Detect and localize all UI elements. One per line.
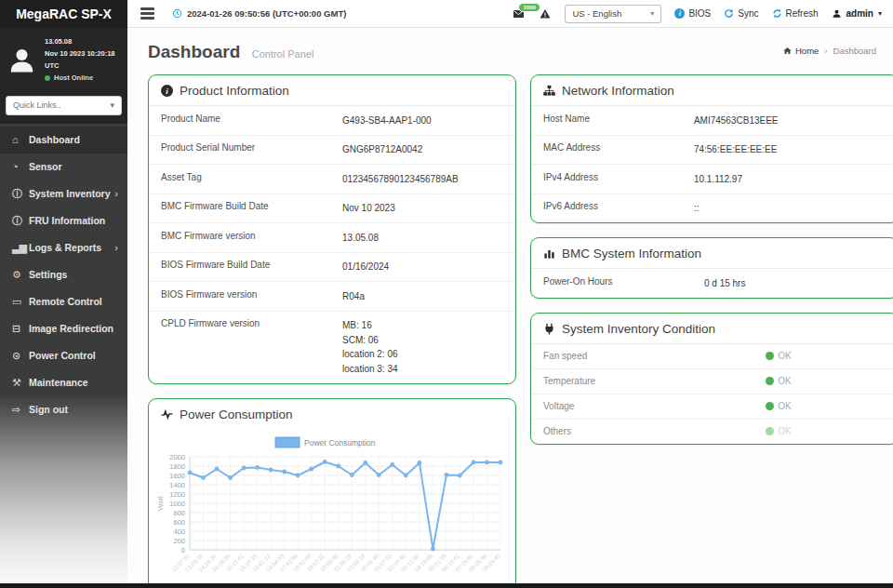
table-row: BMC Firmware Build DateNov 10 2023	[149, 194, 515, 223]
panel-title: BMC System Information	[562, 247, 701, 261]
firmware-version: 13.05.08	[45, 35, 121, 47]
messages-count-badge: 1000	[518, 3, 540, 12]
svg-text:2000: 2000	[169, 452, 185, 461]
sidebar-item-remote-control[interactable]: ▭Remote Control	[0, 288, 127, 315]
host-status-dot	[45, 75, 50, 81]
row-label: Product Name	[161, 114, 342, 124]
svg-text:1200: 1200	[169, 489, 185, 498]
bmc-system-information-panel: BMC System Information Power-On Hours0 d…	[530, 237, 893, 299]
brand-title: MegaRAC SP-X	[0, 0, 127, 28]
svg-text:1000: 1000	[169, 499, 185, 507]
alerts-button[interactable]	[539, 8, 552, 20]
sidebar-item-image-redirection[interactable]: ⊟Image Redirection	[0, 315, 127, 342]
panel-title: Power Consumption	[180, 408, 293, 421]
table-row: MAC Address74:56:EE:EE:EE:EE	[531, 135, 893, 165]
sidebar-item-label: Logs & Reports	[29, 242, 101, 253]
row-value: 13.05.08	[342, 231, 503, 246]
table-row: VoltageOK	[531, 394, 893, 419]
page-subtitle: Control Panel	[252, 48, 314, 60]
row-value: 0 d 15 hrs	[704, 276, 886, 291]
power-consumption-chart: Power Consumption02004006008001000120014…	[149, 429, 515, 584]
table-row: Fan speedOK	[531, 344, 893, 368]
bios-button[interactable]: i BIOS	[674, 8, 711, 19]
svg-text:200: 200	[173, 536, 185, 544]
sidebar-item-dashboard[interactable]: ⌂Dashboard	[0, 127, 127, 154]
power-consumption-chart-svg: Power Consumption02004006008001000120014…	[153, 433, 510, 584]
row-label: IPv4 Address	[543, 172, 694, 182]
sidebar-item-sensor[interactable]: ◔Sensor	[0, 154, 127, 180]
caret-down-icon: ▾	[110, 100, 114, 110]
row-value: 74:56:EE:EE:EE:EE	[694, 142, 886, 157]
caret-down-icon: ▾	[878, 9, 882, 18]
sidebar-item-fru-information[interactable]: ⓘFRU Information	[0, 207, 127, 234]
row-value: GNG6P8712A0042	[342, 142, 503, 157]
row-label: Product Serial Number	[161, 142, 342, 153]
row-label: BMC Firmware version	[161, 231, 342, 241]
table-row: Product NameG493-SB4-AAP1-000	[149, 106, 515, 135]
status-ok-dot	[766, 402, 774, 410]
power-consumption-panel: Power Consumption Power Consumption02004…	[148, 398, 516, 584]
plug-icon	[543, 323, 555, 335]
bar-chart-icon: ▃▆	[12, 242, 29, 254]
sidebar-item-power-control[interactable]: ⊙Power Control	[0, 342, 127, 369]
table-row: TemperatureOK	[531, 368, 893, 394]
table-row: Power-On Hours0 d 15 hrs	[531, 269, 893, 298]
row-value: G493-SB4-AAP1-000	[342, 114, 503, 128]
info-circle-icon: ⓘ	[12, 187, 29, 201]
row-label: BIOS Firmware Build Date	[161, 260, 342, 270]
warning-icon	[539, 8, 552, 20]
sitemap-icon	[543, 85, 555, 97]
status-ok-label: OK	[778, 401, 791, 411]
sidebar-item-label: Remote Control	[29, 296, 102, 307]
table-row: BMC Firmware version13.05.08	[149, 222, 515, 252]
caret-down-icon: ▾	[650, 9, 654, 18]
username: admin	[846, 8, 873, 19]
sidebar-item-logs-reports[interactable]: ▃▆Logs & Reports›	[0, 234, 127, 261]
menu-toggle-icon[interactable]	[139, 5, 156, 22]
status-cell: OK	[766, 351, 886, 361]
sidebar-item-label: Sign out	[29, 404, 68, 415]
sync-icon	[724, 8, 734, 19]
status-ok-dot	[766, 352, 774, 360]
messages-button[interactable]: 1000	[512, 8, 526, 20]
sync-button[interactable]: Sync	[724, 8, 758, 19]
status-ok-label: OK	[778, 376, 791, 386]
svg-text:Watt: Watt	[156, 495, 165, 511]
sidebar-item-maintenance[interactable]: ⚒Maintenance	[0, 369, 127, 396]
breadcrumb-home-link[interactable]: Home	[783, 46, 819, 56]
sidebar-item-sign-out[interactable]: ⇨Sign out	[0, 396, 127, 423]
breadcrumb-separator: ›	[824, 46, 827, 56]
row-value: ::	[694, 201, 886, 216]
svg-text:800: 800	[173, 508, 185, 516]
row-value: 10.1.112.97	[694, 172, 886, 187]
sidebar-item-label: Maintenance	[29, 377, 88, 388]
refresh-icon	[772, 8, 782, 19]
power-icon: ⊙	[12, 350, 29, 362]
row-label: Temperature	[543, 376, 766, 386]
network-information-panel: Network Information Host NameAMI74563CB1…	[530, 74, 893, 223]
table-row: Host NameAMI74563CB13EEE	[531, 106, 893, 135]
sidebar-item-system-inventory[interactable]: ⓘSystem Inventory›	[0, 180, 127, 207]
user-menu[interactable]: admin ▾	[832, 8, 882, 19]
svg-text:Power Consumption: Power Consumption	[304, 438, 376, 448]
svg-text:1800: 1800	[169, 461, 185, 470]
info-circle-icon: i	[674, 8, 685, 19]
user-avatar-icon	[7, 45, 37, 75]
status-cell: OK	[766, 426, 886, 436]
quick-links-select[interactable]: Quick Links.. ▾	[6, 96, 122, 115]
row-label: Voltage	[543, 401, 766, 411]
sidebar-item-label: FRU Information	[29, 215, 105, 226]
svg-text:400: 400	[173, 527, 185, 535]
refresh-button[interactable]: Refresh	[772, 8, 819, 19]
sidebar-item-settings[interactable]: ⚙Settings	[0, 261, 127, 288]
language-select[interactable]: US - English ▾	[565, 5, 661, 23]
language-value: US - English	[572, 8, 621, 19]
home-icon	[783, 47, 792, 55]
row-label: Asset Tag	[161, 172, 342, 182]
product-information-panel: i Product Information Product NameG493-S…	[148, 74, 516, 384]
topbar: 2024-01-26 09:50:56 (UTC+00:00 GMT) 1000…	[127, 0, 893, 28]
quick-links-placeholder: Quick Links..	[13, 100, 61, 110]
sidebar-item-label: Settings	[29, 269, 67, 280]
row-label: CPLD Firmware version	[161, 318, 342, 328]
sidebar: MegaRAC SP-X 13.05.08 Nov 10 2023 10:20:…	[0, 0, 127, 588]
